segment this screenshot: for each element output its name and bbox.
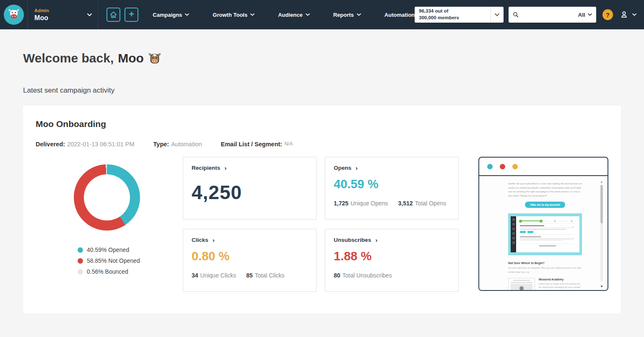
- app-screenshot-inner: ✓ ✓: [511, 216, 579, 252]
- campaign-metrics-row: 40.59% Opened 58.85% Not Opened 0.56% Bo…: [36, 157, 608, 292]
- cow-face-icon: [7, 8, 21, 22]
- window-dot-red: [500, 164, 505, 169]
- members-quota-dropdown[interactable]: 96,334 out of 300,000 members: [415, 7, 504, 23]
- unique-clicks-count: 34: [192, 272, 198, 279]
- total-opens-label: Total Opens: [415, 200, 447, 207]
- account-name: Moo: [34, 14, 49, 22]
- help-section-title: Not Sure Where to Begin?: [508, 262, 582, 264]
- legend-item-opened: 40.59% Opened: [78, 246, 183, 253]
- academy-block: Moosend Academy Learn how to create your…: [539, 278, 582, 290]
- unique-opens-count: 1,725: [334, 200, 348, 207]
- campaign-activity-card: Moo Onboarding Delivered:2022-01-13 06:5…: [23, 106, 621, 314]
- menu-label: Automation: [384, 12, 415, 18]
- chevron-down-icon: [357, 13, 361, 16]
- unsubscribes-header-link[interactable]: Unsubscribes ›: [334, 237, 450, 243]
- list-label: Email List / Segment:: [221, 141, 283, 148]
- cow-emoji-icon: [148, 52, 161, 65]
- stat-label: Unsubscribes: [334, 237, 371, 243]
- section-subtitle: Latest sent campaign activity: [23, 86, 621, 95]
- home-icon: [109, 11, 117, 18]
- menu-growth-tools[interactable]: Growth Tools: [213, 12, 254, 18]
- browser-chrome-bar: [479, 158, 608, 176]
- app-screenshot: ✓ ✓: [508, 213, 582, 255]
- email-preview-panel: Gather all your subscribers in one neat …: [478, 157, 608, 292]
- list-value: N/A: [284, 141, 293, 147]
- academy-text: Learn how to create your first mailing l…: [539, 282, 582, 290]
- app-sidebar-thumbnail: [511, 216, 516, 252]
- menu-label: Growth Tools: [213, 12, 247, 18]
- menu-audience[interactable]: Audience: [278, 12, 310, 18]
- top-navigation-bar: Admin Moo + Campaigns Growth Tools Audie…: [0, 0, 644, 29]
- unique-clicks: 34Unique Clicks: [192, 272, 236, 279]
- menu-automation[interactable]: Automation: [384, 12, 415, 18]
- account-switcher[interactable]: Admin Moo: [28, 0, 98, 29]
- window-dot-teal: [487, 164, 493, 169]
- opens-header-link[interactable]: Opens ›: [334, 165, 450, 171]
- chevron-down-icon: [588, 13, 592, 16]
- menu-campaigns[interactable]: Campaigns: [153, 12, 189, 18]
- footer-row-thumbnail: [519, 244, 576, 246]
- check-icon: ✓: [571, 237, 574, 241]
- account-role-label: Admin: [34, 8, 49, 13]
- chevron-down-icon: [306, 13, 310, 16]
- scroll-down-icon[interactable]: ▼: [600, 285, 604, 288]
- total-unsubscribes-count: 80: [334, 272, 340, 279]
- legend-text: 40.59% Opened: [87, 246, 129, 253]
- task-row-thumbnail: ✓: [519, 223, 576, 234]
- search-icon: [513, 12, 519, 18]
- recipients-header-link[interactable]: Recipients ›: [192, 165, 308, 171]
- create-new-button[interactable]: +: [125, 8, 138, 22]
- recipients-card: Recipients › 4,250: [183, 157, 317, 220]
- chevron-right-icon: ›: [375, 237, 377, 243]
- donut-chart: [74, 164, 140, 231]
- total-opens: 3,512Total Opens: [398, 200, 447, 207]
- total-clicks-count: 85: [246, 272, 253, 279]
- scrollbar-track[interactable]: [600, 185, 603, 282]
- menu-reports[interactable]: Reports: [333, 12, 361, 18]
- scroll-up-icon[interactable]: ▲: [600, 180, 604, 183]
- app-logo[interactable]: [0, 0, 28, 29]
- search-input[interactable]: [521, 12, 576, 18]
- legend-dot-opened: [78, 247, 83, 253]
- email-preview-frame[interactable]: Gather all your subscribers in one neat …: [478, 157, 608, 291]
- menu-label: Campaigns: [153, 12, 182, 18]
- email-body-text: Gather all your subscribers in one neat …: [508, 182, 582, 198]
- campaign-title: Moo Onboarding: [36, 119, 608, 129]
- welcome-name: Moo: [118, 51, 144, 65]
- search-scope-dropdown[interactable]: All: [578, 12, 592, 18]
- legend-dot-bounced: [78, 269, 83, 275]
- plus-icon: +: [129, 10, 134, 19]
- person-avatar: [519, 286, 524, 290]
- video-player-thumbnail: [511, 284, 532, 290]
- clicks-sub-stats: 34Unique Clicks 85Total Clicks: [192, 272, 308, 279]
- dashboard-main: Welcome back, Moo Latest sent campaign a…: [0, 51, 644, 314]
- chevron-down-icon: [185, 13, 189, 16]
- total-unsubscribes: 80Total Unsubscribes: [334, 272, 392, 279]
- unsubscribes-sub-stats: 80Total Unsubscribes: [334, 272, 450, 279]
- home-button[interactable]: [106, 8, 120, 22]
- stat-label: Opens: [334, 165, 351, 171]
- clicks-rate-value: 0.80 %: [192, 249, 308, 263]
- email-preview-body: Gather all your subscribers in one neat …: [479, 176, 608, 290]
- user-profile-menu[interactable]: [620, 10, 636, 19]
- scrollbar-thumb[interactable]: [600, 185, 603, 223]
- recipients-value: 4,250: [192, 181, 308, 204]
- total-opens-count: 3,512: [398, 200, 413, 207]
- unique-clicks-label: Unique Clicks: [200, 272, 236, 279]
- main-menu: Campaigns Growth Tools Audience Reports …: [153, 12, 415, 18]
- global-search: All: [509, 7, 596, 23]
- cow-logo-icon: [4, 5, 24, 25]
- chevron-down-icon: [87, 13, 92, 16]
- unique-opens: 1,725Unique Opens: [334, 200, 388, 207]
- stats-grid: Recipients › 4,250 Opens › 40.59 % 1,725…: [183, 157, 459, 292]
- chevron-down-icon: [250, 13, 254, 16]
- unsubscribes-rate-value: 1.88 %: [334, 249, 450, 263]
- preview-scrollbar[interactable]: ▲ ▼: [600, 181, 604, 288]
- legend-text: 0.56% Bounced: [87, 268, 128, 275]
- total-unsubscribes-label: Total Unsubscribes: [343, 272, 392, 279]
- chart-legend: 40.59% Opened 58.85% Not Opened 0.56% Bo…: [78, 246, 183, 275]
- help-button[interactable]: ?: [602, 9, 613, 20]
- clicks-header-link[interactable]: Clicks ›: [192, 237, 308, 243]
- open-rate-chart-panel: 40.59% Opened 58.85% Not Opened 0.56% Bo…: [36, 157, 183, 292]
- members-count-line1: 96,334 out of: [419, 8, 486, 15]
